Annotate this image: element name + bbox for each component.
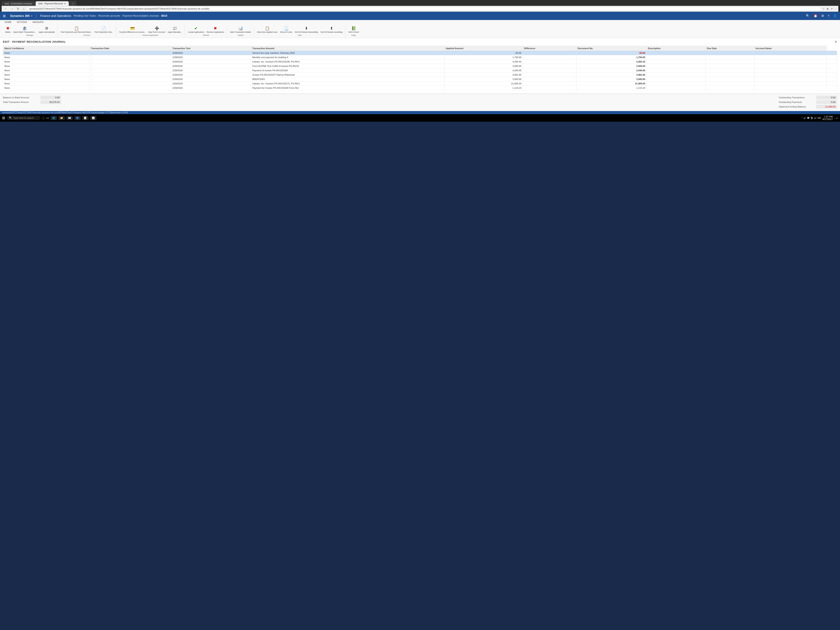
post-payments-button[interactable]: 📄 Post Payments Only... <box>93 25 114 34</box>
data-table: Match Confidence Transaction Date Transa… <box>3 46 837 90</box>
back-button[interactable]: ← <box>3 7 8 11</box>
edit-excel-button[interactable]: 📗 Edit in Excel <box>347 25 360 34</box>
col-applied[interactable]: Applied Amount <box>444 46 523 51</box>
bookmark-icon[interactable]: ⊕ <box>826 7 829 10</box>
taskbar-app-edge[interactable]: 🌐 <box>51 116 57 120</box>
show-non-applied-button[interactable]: 📋 Show Non-Applied Lines <box>256 25 279 34</box>
breadcrumb-1[interactable]: Pending User Tasks <box>74 14 96 17</box>
map-text-button[interactable]: ➕ Map Text to Account <box>147 25 166 34</box>
forward-button[interactable]: → <box>9 7 14 11</box>
sort-asc-button[interactable]: ⬆ Sort for Review Ascending <box>319 25 344 34</box>
import-bank-button[interactable]: 🏦 Import Bank Transactions... <box>12 25 37 34</box>
table-row[interactable]: None ··· 2/28/2018 Litware, Inc. Invoice… <box>3 60 837 64</box>
browser-chrome: view - Embedded company Edit - Payment R… <box>0 0 840 12</box>
browser-tab-2[interactable]: Edit - Payment Reconcil ✕ <box>36 1 69 6</box>
table-row[interactable]: None ··· 2/28/2018 BDEP01001 3,500.00 3,… <box>3 77 837 82</box>
address-input[interactable] <box>27 7 821 11</box>
clock-icon[interactable]: ⏰ <box>813 14 818 18</box>
browser-tab-new[interactable]: + <box>69 1 76 6</box>
table-row[interactable]: None ··· 2/28/2018 Service fee copy mach… <box>3 51 837 55</box>
search-box[interactable]: 🔍 <box>7 116 40 120</box>
apply-auto-button[interactable]: ⚙ Apply Automatically <box>38 25 56 34</box>
remove-button[interactable]: ✖ Remove Applications <box>205 25 225 34</box>
cell-text-2: Litware, Inc. Invoices PS-INV103199, PS-… <box>251 60 445 64</box>
cell-match-3: None <box>3 64 90 68</box>
apply-manually-button[interactable]: 📰 Apply Manually... <box>167 25 183 34</box>
col-text[interactable]: Transaction Text <box>171 46 251 51</box>
breadcrumb-bar: Pending User Tasks › Reconcile accounts … <box>74 14 802 17</box>
refresh-button[interactable]: ↻ <box>16 7 21 11</box>
settings-icon[interactable]: ··· <box>834 7 837 10</box>
taskbar-app-powerpoint[interactable]: 📊 <box>90 116 96 120</box>
ribbon-tab-navigate[interactable]: NAVIGATE <box>30 20 46 25</box>
table-row[interactable]: None ··· 2/28/2018 Payment of invoice PS… <box>3 68 837 73</box>
bank-tx-details-icon: 📊 <box>238 26 243 31</box>
cortana-icon[interactable]: ◌ <box>42 116 44 120</box>
sort-desc-button[interactable]: ⬇ Sort for Review Descending <box>294 25 319 34</box>
ribbon-tab-home[interactable]: HOME <box>2 20 14 25</box>
cell-applied-0 <box>523 51 576 55</box>
accept-button[interactable]: ✔ Accept Applications <box>187 25 205 34</box>
cell-actions-7[interactable]: ··· <box>90 82 171 86</box>
taskbar-app-chrome[interactable]: 🔵 <box>74 116 81 120</box>
close-page-button[interactable]: ✕ <box>834 40 837 44</box>
gear-icon[interactable]: ⚙ <box>820 14 825 18</box>
tab-2-close[interactable]: ✕ <box>64 3 66 5</box>
cell-actions-4[interactable]: ··· <box>90 68 171 73</box>
table-row[interactable]: None ··· 2/28/2018 Invoice PS-INV103197 … <box>3 73 837 77</box>
delete-button[interactable]: ✖ Delete <box>4 25 12 34</box>
col-duedate[interactable]: Due Date <box>706 46 755 51</box>
new-tab-icon: + <box>72 2 73 5</box>
col-date[interactable]: Transaction Date <box>90 46 171 51</box>
post-reconcile-button[interactable]: 📋 Post Payments and Reconcile Bank... <box>60 25 93 34</box>
task-view-icon[interactable]: ▭ <box>46 116 49 120</box>
col-account[interactable]: Account Name <box>755 46 827 51</box>
cell-account-1 <box>826 55 837 60</box>
cell-actions-6[interactable]: ··· <box>90 77 171 82</box>
accept-label: Accept Applications <box>188 31 204 33</box>
windows-icon[interactable]: ⊞ <box>2 115 5 120</box>
cell-text-6: BDEP01001 <box>251 77 445 82</box>
ribbon-tab-actions[interactable]: ACTIONS <box>14 20 30 25</box>
dynamics-chevron[interactable]: ▾ <box>31 15 32 17</box>
table-row[interactable]: None ··· 2/28/2018 Litware, Inc. Invoice… <box>3 82 837 86</box>
cell-actions-0[interactable]: ··· <box>90 51 171 55</box>
user-icon[interactable]: 👤 <box>832 14 838 18</box>
browser-tab-1[interactable]: view - Embedded company <box>2 1 35 6</box>
waffle-icon[interactable]: ⊞ <box>2 13 6 19</box>
cell-actions-2[interactable]: ··· <box>90 60 171 64</box>
cell-actions-1[interactable]: ··· <box>90 55 171 60</box>
col-amount[interactable]: Transaction Amount <box>251 46 445 51</box>
help-icon[interactable]: ? <box>827 14 830 18</box>
star-icon[interactable]: ☆ <box>822 7 825 10</box>
table-row[interactable]: None ··· 2/28/2018 Payment for Invoice P… <box>3 86 837 90</box>
breadcrumb-2[interactable]: Reconcile accounts <box>98 14 120 17</box>
search-icon[interactable]: 🔍 <box>805 14 811 18</box>
show-desktop-icon[interactable]: ▭ <box>834 117 838 119</box>
col-match[interactable]: Match Confidence <box>3 46 90 51</box>
col-diff[interactable]: Difference <box>523 46 576 51</box>
taskbar-app-explorer[interactable]: 📁 <box>58 116 65 120</box>
transfer-diff-label: Transfer Difference to Account... <box>119 31 146 33</box>
breadcrumb-3[interactable]: Payment Reconciliation Journals <box>123 14 159 17</box>
table-row[interactable]: None ··· 2/28/2018 From ALPINE First 3,0… <box>3 64 837 68</box>
home-button[interactable]: ⌂ <box>22 7 25 11</box>
cell-actions-5[interactable]: ··· <box>90 73 171 77</box>
taskbar-app-outlook[interactable]: 📧 <box>66 116 73 120</box>
col-desc[interactable]: Description <box>647 46 706 51</box>
taskbar-app-word[interactable]: 📝 <box>82 116 88 120</box>
transfer-diff-button[interactable]: 💳 Transfer Difference to Account... <box>118 25 147 34</box>
outstanding-tx-label: Outstanding Transactions <box>779 96 812 99</box>
cell-docno-3 <box>647 64 706 68</box>
cell-diff-1: 1,700.00 <box>576 55 646 60</box>
show-all-button[interactable]: 📃 Show All Lines <box>279 25 293 34</box>
bank-tx-details-button[interactable]: 📊 Bank Transaction Details <box>229 25 252 34</box>
table-row[interactable]: None ··· 2/28/2018 Monthly rent payment … <box>3 55 837 60</box>
share-icon[interactable]: ↗ <box>831 7 833 10</box>
cell-actions-3[interactable]: ··· <box>90 64 171 68</box>
taskbar-search[interactable] <box>13 117 38 119</box>
col-docno[interactable]: Document No. <box>576 46 646 51</box>
cell-actions-8[interactable]: ··· <box>90 86 171 90</box>
show-non-applied-icon: 📋 <box>265 26 270 31</box>
post-payments-label: Post Payments Only... <box>95 31 113 33</box>
